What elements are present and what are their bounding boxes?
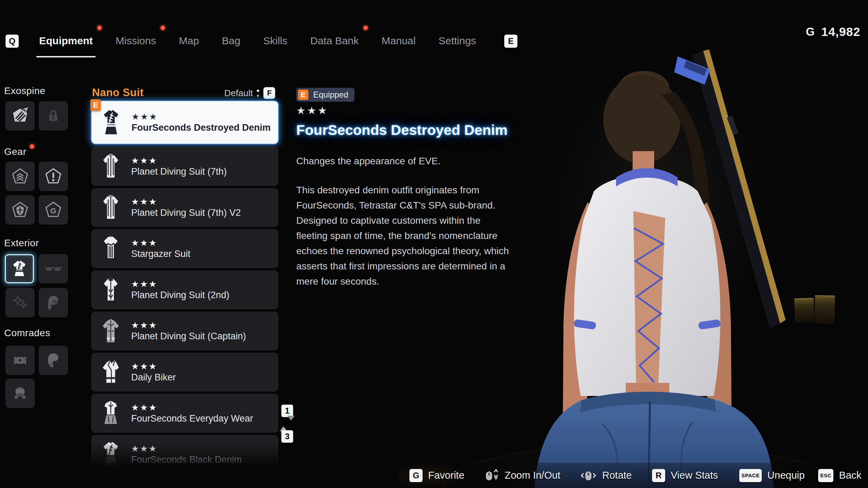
gear-slot-3-button[interactable] [6,195,35,224]
gold-icon: G [806,25,815,38]
list-title: Nano Suit [92,86,144,99]
character-eve [530,36,820,488]
suit-list-item[interactable]: ★★★ Planet Diving Suit (7th) [91,147,278,186]
section-label-comrades: Comrades [4,328,50,339]
tab-bag[interactable]: Bag [222,34,240,48]
tab-settings[interactable]: Settings [438,34,476,48]
currency-display: G 14,982 [806,25,860,39]
suit-icon [101,400,121,426]
suit-list-item[interactable]: E ★★★ FourSeconds Destroyed Denim [91,101,278,144]
suit-name: Daily Biker [131,372,176,383]
equipment-category-sidebar: Exospine Gear [0,0,90,488]
suit-list-item[interactable]: ★★★ FourSeconds Everyday Wear [91,394,278,433]
exterior-glasses-button[interactable] [39,254,68,283]
favorite-key-badge: G [409,469,423,482]
sort-key-badge: F [263,87,275,99]
hair-icon [44,294,62,312]
tab-map[interactable]: Map [179,34,199,48]
top-navigation: Q Equipment Missions Map Bag Skills Data… [0,0,868,62]
suit-name: Planet Diving Suit (7th) V2 [131,208,241,218]
svg-text:G: G [50,206,56,215]
rarity-stars: ★★★ [132,112,271,121]
view-stats-action[interactable]: R View Stats [652,463,718,488]
sparkles-icon [11,294,29,312]
suit-name: Stargazer Suit [131,249,190,259]
scroll-arrows[interactable] [280,421,295,427]
next-tab-key-badge[interactable]: E [504,35,517,48]
suit-name: Planet Diving Suit (7th) [131,166,227,177]
adam-mask-icon [11,385,29,402]
gear-slot-4-button[interactable]: G [39,195,68,224]
section-label-gear: Gear [4,144,34,157]
exospine-slot-1-button[interactable] [6,101,35,130]
tab-bar: Equipment Missions Map Bag Skills Data B… [39,34,476,48]
notification-dot [363,26,368,30]
nano-suit-icon [10,260,28,278]
suit-list-item[interactable]: ★★★ Daily Biker [91,353,278,392]
suit-name: FourSeconds Destroyed Denim [132,122,271,133]
tab-data-bank[interactable]: Data Bank [310,34,359,48]
rarity-stars: ★★★ [131,197,241,206]
suit-icon [101,194,121,221]
rarity-stars: ★★★ [131,279,229,288]
equipped-label: Equipped [313,90,348,100]
suit-icon [101,153,121,179]
sort-order-icon [257,90,259,97]
suit-detail-panel: E Equipped ★★★ FourSeconds Destroyed Den… [296,88,518,289]
gear-alert-icon [45,168,62,185]
favorite-action[interactable]: G Favorite [409,463,464,488]
unequip-key-badge: SPACE [739,469,762,482]
suit-list-item[interactable]: ★★★ Planet Diving Suit (7th) V2 [91,188,278,227]
exospine-slot-locked-button[interactable] [39,101,68,130]
suit-icon [101,236,121,262]
bottom-action-bar: G Favorite Zoom In/Out Rotate R [0,463,868,488]
view-stats-key-badge: R [652,469,665,482]
exterior-hair-button[interactable] [39,288,68,317]
rotate-action[interactable]: Rotate [580,463,632,488]
back-key-badge: ESC [818,469,833,482]
equipped-key-badge: E [90,99,101,111]
comrade-lily-button[interactable] [39,346,68,375]
lily-hair-icon [45,352,62,369]
list-pagination: 1 3 [280,405,294,443]
suit-name: FourSeconds Everyday Wear [131,413,253,424]
scroll-up-icon[interactable] [280,421,287,431]
lock-icon [46,108,61,123]
exterior-effects-button[interactable] [6,288,35,317]
gear-rank-icon [11,168,29,185]
suit-icon [101,277,121,303]
suit-name: Planet Diving Suit (Captain) [131,331,246,341]
suit-icon [101,359,121,385]
unequip-action[interactable]: SPACE Unequip [739,463,805,488]
tab-missions[interactable]: Missions [116,34,156,48]
rarity-stars: ★★★ [131,444,242,453]
equip-key-badge: E [298,90,308,100]
back-action[interactable]: ESC Back [818,463,861,488]
detail-rarity-stars: ★★★ [296,104,518,117]
zoom-action[interactable]: Zoom In/Out [484,463,560,488]
notification-dot [97,26,102,30]
gear-slot-1-button[interactable] [6,162,35,191]
suit-list-item[interactable]: ★★★ Stargazer Suit [91,229,278,268]
equipped-status-badge: E Equipped [296,88,354,102]
scroll-down-icon[interactable] [287,416,295,426]
suit-name: Planet Diving Suit (2nd) [131,290,229,300]
mouse-rotate-icon [580,468,597,483]
notification-dot [30,144,34,149]
exospine-icon [11,107,29,125]
sort-control[interactable]: Default F [224,87,275,99]
comrade-drone-button[interactable] [6,346,35,375]
sort-label: Default [224,88,253,99]
tab-skills[interactable]: Skills [263,34,287,48]
section-label-exospine: Exospine [4,85,45,96]
section-label-exterior: Exterior [4,238,39,249]
gold-amount: 14,982 [821,25,860,39]
comrade-adam-button[interactable] [6,379,35,408]
suit-list-item[interactable]: ★★★ Planet Diving Suit (2nd) [91,270,278,309]
suit-summary: Changes the appearance of EVE. [296,154,518,168]
suit-icon [100,109,122,136]
exterior-nano-suit-button[interactable] [5,254,34,283]
tab-manual[interactable]: Manual [382,34,416,48]
suit-list-item[interactable]: ★★★ Planet Diving Suit (Captain) [91,312,278,350]
gear-slot-2-button[interactable] [39,162,68,191]
